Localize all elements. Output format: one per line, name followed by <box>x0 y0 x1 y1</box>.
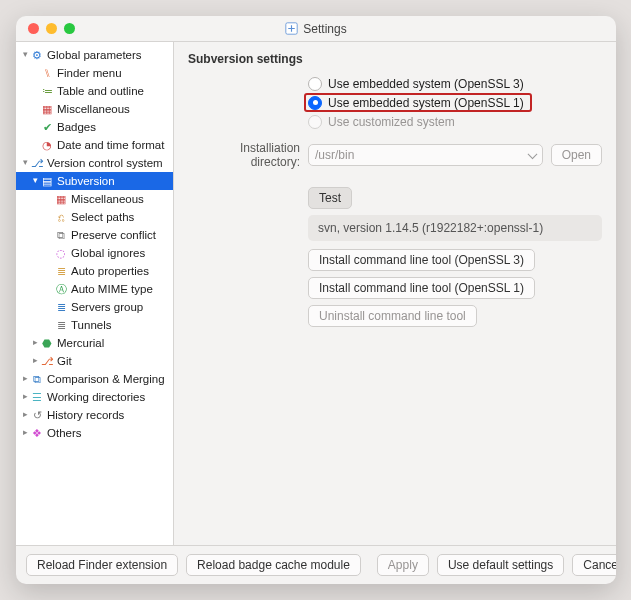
radio-label: Use embedded system (OpenSSL 3) <box>328 77 524 91</box>
install-dir-combobox[interactable]: /usr/bin <box>308 144 543 166</box>
tree-icon: ≣ <box>54 298 68 316</box>
radio-label: Use embedded system (OpenSSL 1) <box>328 96 524 110</box>
tree-label: Date and time format <box>57 136 164 154</box>
tree-misc-global[interactable]: ▦Miscellaneous <box>16 100 173 118</box>
radio-embedded-openssl3[interactable]: Use embedded system (OpenSSL 3) <box>308 74 602 93</box>
tree-label: Subversion <box>57 172 115 190</box>
tree-icon: ▤ <box>40 172 54 190</box>
tree-icon: ⚙︎ <box>30 46 44 64</box>
test-button[interactable]: Test <box>308 187 352 209</box>
chevron-right-icon[interactable]: ▸ <box>30 351 40 369</box>
chevron-right-icon[interactable]: ▸ <box>20 423 30 441</box>
tree-icon: ◌ <box>54 244 68 262</box>
tree-label: Others <box>47 424 82 442</box>
minimize-window-button[interactable] <box>46 23 57 34</box>
reload-badge-cache-button[interactable]: Reload badge cache module <box>186 554 361 576</box>
chevron-right-icon[interactable]: ▸ <box>20 405 30 423</box>
sidebar[interactable]: ▾⚙︎Global parameters⑊Finder menu≔Table a… <box>16 42 174 545</box>
tree-svn-misc[interactable]: ▦Miscellaneous <box>16 190 173 208</box>
tree-icon: ◔ <box>40 136 54 154</box>
titlebar: Settings <box>16 16 616 42</box>
open-button[interactable]: Open <box>551 144 602 166</box>
install-openssl1-button[interactable]: Install command line tool (OpenSSL 1) <box>308 277 535 299</box>
tree-history[interactable]: ▸↺History records <box>16 406 173 424</box>
tree-label: Badges <box>57 118 96 136</box>
close-window-button[interactable] <box>28 23 39 34</box>
tree-label: Preserve conflict <box>71 226 156 244</box>
tree-label: History records <box>47 406 124 424</box>
radio-embedded-openssl1[interactable]: Use embedded system (OpenSSL 1) <box>304 93 532 112</box>
window-title-text: Settings <box>303 22 346 36</box>
tree-date-time[interactable]: ◔Date and time format <box>16 136 173 154</box>
radio-icon <box>308 77 322 91</box>
radio-icon <box>308 96 322 110</box>
tree-icon: ❖ <box>30 424 44 442</box>
tree-servers-group[interactable]: ≣Servers group <box>16 298 173 316</box>
tree-icon: ▦ <box>54 190 68 208</box>
radio-customized-system[interactable]: Use customized system <box>308 112 602 131</box>
uninstall-button[interactable]: Uninstall command line tool <box>308 305 477 327</box>
tree-label: Working directories <box>47 388 145 406</box>
tree-label: Auto MIME type <box>71 280 153 298</box>
tree-table-outline[interactable]: ≔Table and outline <box>16 82 173 100</box>
radio-label: Use customized system <box>328 115 455 129</box>
tree-mercurial[interactable]: ▸⬣Mercurial <box>16 334 173 352</box>
tree-badges[interactable]: ✔︎Badges <box>16 118 173 136</box>
tree-icon: ≣ <box>54 262 68 280</box>
tree-working-dirs[interactable]: ▸☰Working directories <box>16 388 173 406</box>
svg-rect-0 <box>286 23 297 34</box>
tree-icon: ⎌ <box>54 208 68 226</box>
zoom-window-button[interactable] <box>64 23 75 34</box>
install-dir-value: /usr/bin <box>315 148 354 162</box>
settings-form: Use embedded system (OpenSSL 3) Use embe… <box>174 74 616 545</box>
apply-button[interactable]: Apply <box>377 554 429 576</box>
tree-global-ignores[interactable]: ◌Global ignores <box>16 244 173 262</box>
chevron-right-icon[interactable]: ▸ <box>20 369 30 387</box>
tree-others[interactable]: ▸❖Others <box>16 424 173 442</box>
chevron-right-icon[interactable]: ▸ <box>20 387 30 405</box>
tree-finder-menu[interactable]: ⑊Finder menu <box>16 64 173 82</box>
tree-label: Tunnels <box>71 316 112 334</box>
reload-finder-extension-button[interactable]: Reload Finder extension <box>26 554 178 576</box>
tree-preserve-conflict[interactable]: ⧉Preserve conflict <box>16 226 173 244</box>
tree-subversion[interactable]: ▾▤Subversion <box>16 172 173 190</box>
tree-global-parameters[interactable]: ▾⚙︎Global parameters <box>16 46 173 64</box>
tree-label: Table and outline <box>57 82 144 100</box>
window-controls <box>16 23 75 34</box>
tree-label: Auto properties <box>71 262 149 280</box>
settings-window: Settings ▾⚙︎Global parameters⑊Finder men… <box>16 16 616 584</box>
tree-auto-properties[interactable]: ≣Auto properties <box>16 262 173 280</box>
chevron-right-icon[interactable]: ▸ <box>30 333 40 351</box>
footer: Reload Finder extension Reload badge cac… <box>16 545 616 584</box>
chevron-down-icon[interactable]: ▾ <box>30 171 40 189</box>
tree-icon: ▦ <box>40 100 54 118</box>
tree-icon: ⬣ <box>40 334 54 352</box>
install-openssl3-button[interactable]: Install command line tool (OpenSSL 3) <box>308 249 535 271</box>
tree-label: Miscellaneous <box>57 100 130 118</box>
section-header: Subversion settings <box>174 42 616 74</box>
body: ▾⚙︎Global parameters⑊Finder menu≔Table a… <box>16 42 616 545</box>
tree-label: Global parameters <box>47 46 142 64</box>
tree-vcs[interactable]: ▾⎇Version control system <box>16 154 173 172</box>
settings-icon <box>285 22 298 35</box>
tree-icon: ☰ <box>30 388 44 406</box>
tree-git[interactable]: ▸⎇Git <box>16 352 173 370</box>
tree-label: Miscellaneous <box>71 190 144 208</box>
tree-label: Comparison & Merging <box>47 370 165 388</box>
tree-label: Global ignores <box>71 244 145 262</box>
tree-icon: ⑊ <box>40 64 54 82</box>
tree-compare-merge[interactable]: ▸⧉Comparison & Merging <box>16 370 173 388</box>
system-radio-group: Use embedded system (OpenSSL 3) Use embe… <box>308 74 602 131</box>
cancel-button[interactable]: Cancel <box>572 554 616 576</box>
chevron-down-icon[interactable]: ▾ <box>20 45 30 63</box>
use-defaults-button[interactable]: Use default settings <box>437 554 564 576</box>
tree-tunnels[interactable]: ≣Tunnels <box>16 316 173 334</box>
tree-icon: ⎇ <box>30 154 44 172</box>
window-title: Settings <box>16 22 616 36</box>
tree-select-paths[interactable]: ⎌Select paths <box>16 208 173 226</box>
tree-auto-mime[interactable]: ⒶAuto MIME type <box>16 280 173 298</box>
chevron-down-icon[interactable]: ▾ <box>20 153 30 171</box>
tree-icon: ≣ <box>54 316 68 334</box>
tree-label: Mercurial <box>57 334 104 352</box>
tree-label: Finder menu <box>57 64 122 82</box>
